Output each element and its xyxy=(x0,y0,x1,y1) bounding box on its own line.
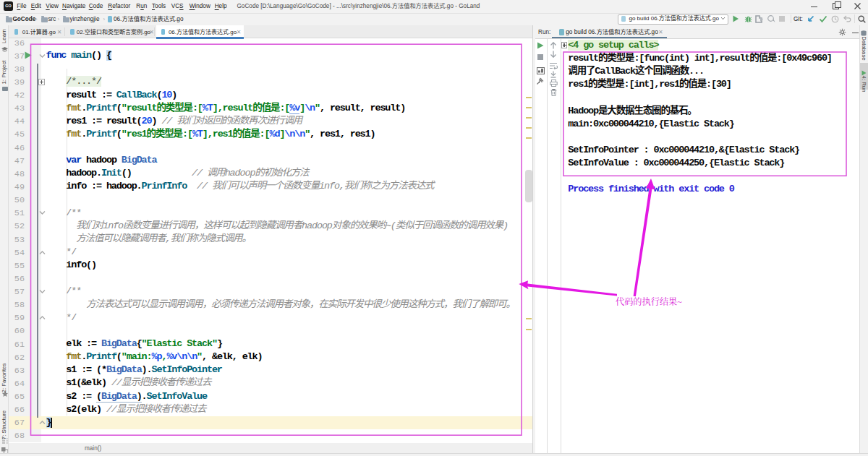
svg-text:代码的执行结果~: 代码的执行结果~ xyxy=(616,296,682,307)
